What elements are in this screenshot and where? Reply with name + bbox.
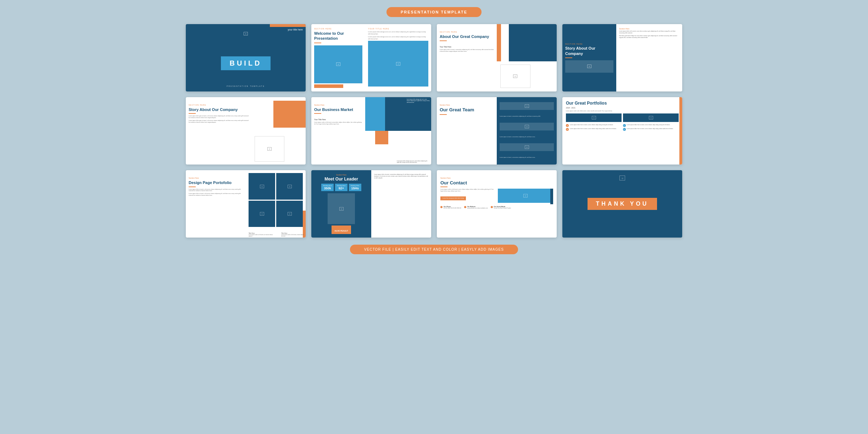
- body-text-3: Lorem ipsum sit amet, consectetur adipis…: [500, 157, 554, 158]
- accent-bar: [440, 114, 447, 115]
- label-1: Title Here Lorem ipsum sodor col slt ame…: [249, 232, 274, 237]
- orange-bottom: [314, 84, 343, 88]
- body-text: Lorem ipsum sodor color slides amet, cot…: [566, 110, 679, 112]
- img-icon-4: ⊞: [288, 212, 292, 216]
- label-2: Title Here Lorem ipsum sodor col slt ame…: [281, 232, 306, 237]
- dot-a: A: [566, 124, 569, 127]
- slide-7-right: ⊞ Lorem ipsum sit amet, consectetur adip…: [497, 97, 557, 165]
- img-icon: ⊞: [267, 147, 272, 151]
- img-icon-3: ⊞: [525, 145, 529, 149]
- teal-block: [365, 97, 385, 131]
- main-title: Our Great Portfolios: [566, 101, 679, 106]
- name-text: AILRO PEAULIT: [334, 230, 348, 232]
- body-text-bottom: Lorem ipsum dolor siteage ame sort, come…: [397, 160, 430, 163]
- section-label: Section Here: [440, 104, 450, 106]
- img-icon-2: ⊞: [525, 125, 529, 128]
- item-a: A Lorem ipsum dolor here st amet, come c…: [566, 124, 622, 127]
- main-title: Our Contact: [440, 180, 553, 185]
- img-block: ⊞: [255, 136, 284, 162]
- orange-block: [375, 131, 388, 144]
- subtitle: PRESENTATION TEMPLATE: [227, 85, 265, 87]
- slide-6-right: Lorem ipsum dolor siteage ame sort, come…: [365, 97, 431, 165]
- sub-1: Lorem ipsum sodor col slt amet, col meor…: [249, 234, 274, 237]
- slide-2-left: Section Here Welcome to Our Presentation…: [311, 24, 365, 91]
- left-content: Lorem ipsum sodor col slt amet, come clo…: [440, 189, 496, 204]
- items-grid: A Lorem ipsum dolor here st amet, come c…: [566, 124, 679, 131]
- slide-4: Section Here Story About Our Company ⊞ S…: [562, 24, 682, 91]
- phone-info: Our Phone 62 125 3522 36 25 222 2550 45: [444, 206, 461, 209]
- body-text-2: Lorem ipsum sit amet, consectetur adipis…: [500, 136, 554, 138]
- stat-value-3: 15Hs: [351, 187, 360, 190]
- item-text-c: Lorem ipsum dolor here st amet, come clo…: [627, 124, 671, 126]
- main-title: Story About Our Company: [189, 107, 249, 112]
- section-label: Section Here: [440, 31, 457, 33]
- dot-d: D: [623, 128, 626, 131]
- slide-3-right: ⊞: [497, 24, 557, 91]
- right-content: ⊞: [498, 189, 553, 204]
- accent-bar: [314, 43, 321, 43]
- orange-bar: [270, 24, 306, 27]
- phone-value: 62 125 3522 36 25 222 2550 45: [444, 207, 461, 209]
- blue-block: [509, 24, 557, 61]
- slide-7-left: Section Here Our Great Team: [437, 97, 497, 165]
- right-section: Section Here: [619, 28, 679, 30]
- social-info: Our Social Media Social One Here Social …: [494, 206, 511, 209]
- website-info: Our Website www.website.com about.websit…: [467, 206, 488, 209]
- slide-1: your title here ⊞ BUILD PRESENTATION TEM…: [186, 24, 306, 91]
- slide-12: ⊞ THANK YOU: [562, 170, 682, 238]
- main-title: Meet Our Leader: [324, 177, 358, 182]
- body-text-2: Lorem ipsum dolor gare sit amet, col meo…: [189, 120, 249, 123]
- person-img: ⊞: [328, 193, 355, 224]
- social-dot: [491, 206, 493, 208]
- body-text: Lorem ipsum dolor sit amet, consectetur …: [440, 49, 494, 52]
- section-label: Section Here: [440, 177, 451, 179]
- body-text: Lorem ipsum sodor col slt amet, come clo…: [440, 189, 496, 192]
- section-label: Section Here: [314, 28, 362, 30]
- body-text-1: Lorem ipsum dolor siteage ame sort, come…: [368, 31, 428, 35]
- img-icon-1: ⊞: [260, 185, 264, 188]
- img-icon-top: ⊞: [619, 176, 625, 180]
- body-text-right: Lorem ipsum dolor siteage ame sort, come…: [407, 99, 430, 103]
- slide-5: Section Here Story About Our Company Lor…: [186, 97, 306, 165]
- img-block-4: ⊞: [276, 201, 303, 227]
- small-label: your title here: [288, 28, 303, 31]
- section-label: Section Here: [189, 177, 199, 179]
- slide-10-left: Section Here Meet Our Leader Heading Her…: [311, 170, 371, 238]
- slide-9-right: ⊞ ⊞ ⊞ ⊞ Title Here Lorem ipsum sodor col…: [246, 170, 306, 238]
- thank-text: THANK YOU: [596, 201, 649, 207]
- body-text-1: Lorem ipsum dolor sit for amet, cose dot…: [619, 30, 679, 34]
- img-icon: ⊞: [523, 194, 528, 197]
- orange-side-bar: [679, 97, 682, 165]
- dot-b: B: [566, 128, 569, 131]
- slide-7: Section Here Our Great Team ⊞ Lorem ipsu…: [437, 97, 557, 165]
- img-icon-3: ⊞: [260, 212, 264, 216]
- contact-social: Our Social Media Social One Here Social …: [491, 206, 511, 209]
- build-box: BUILD: [221, 56, 270, 70]
- dot-c: C: [623, 124, 626, 127]
- img-icon: ⊞: [525, 104, 529, 108]
- img-block: ⊞: [498, 189, 553, 203]
- slide-4-left: Section Here Story About Our Company ⊞: [562, 24, 616, 91]
- main-title: About Our Great Company: [440, 34, 494, 39]
- build-title: BUILD: [229, 59, 262, 67]
- accent-bar: [565, 57, 572, 58]
- orange-block: [497, 24, 501, 61]
- accent-bar: [189, 113, 196, 114]
- left-img-block: ⊞: [314, 45, 362, 84]
- slide-10-right: Lorem ipsum dolor sit amet, consectetur …: [371, 170, 431, 238]
- img-block-3: ⊞: [249, 201, 275, 227]
- portfolios-row: ⊞ ⊞: [566, 113, 679, 122]
- item-text-d: Lorem ipsum dolor here st amet, come clo…: [627, 128, 674, 130]
- btn-text: Lorem fore ots ipsum dolor sites losing: [443, 197, 464, 199]
- orange-block: [273, 101, 306, 128]
- team-img-3: ⊞: [500, 143, 554, 151]
- contact-row: Our Phone 62 125 3522 36 25 222 2550 45 …: [440, 206, 553, 209]
- body-text-1: Lorem ipsum dolor sit amet, col meores r…: [189, 189, 243, 192]
- img-block: ⊞: [500, 65, 530, 88]
- item-text-a: Lorem ipsum dolor here st amet, come clo…: [570, 124, 613, 126]
- sub-2: Lorem ipsum sodor col slt amet, connect …: [281, 234, 306, 237]
- slide-3: Section Here About Our Great Company You…: [437, 24, 557, 91]
- year-label: 2018 - 2021: [566, 107, 679, 109]
- body-text-1: Lorem ipsum dolor gare sit amet, col meo…: [189, 115, 249, 119]
- section-label: Section Here: [336, 174, 346, 176]
